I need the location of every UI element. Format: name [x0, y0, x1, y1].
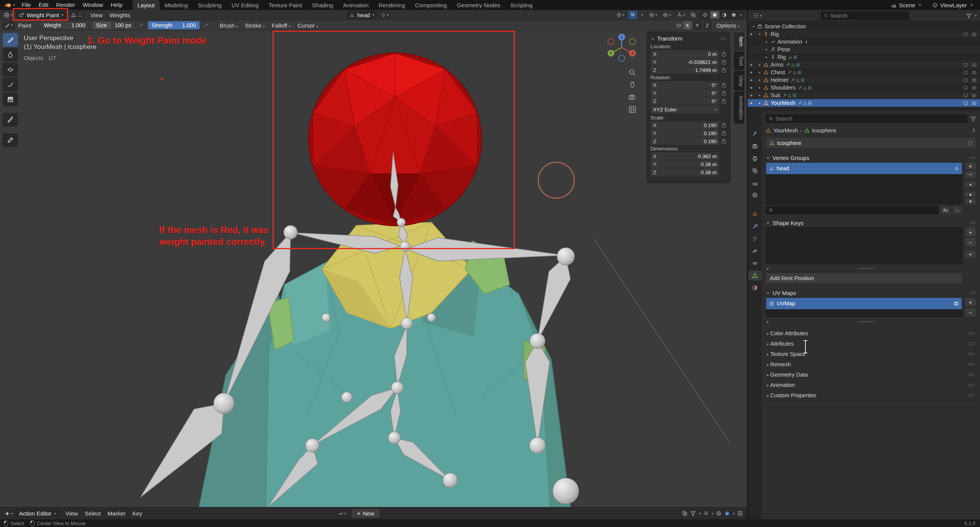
properties-tab-physics[interactable]: [749, 246, 761, 256]
properties-tab-world[interactable]: [749, 190, 761, 200]
properties-tab-scene[interactable]: [749, 178, 761, 188]
tool-blur-button[interactable]: [3, 48, 18, 62]
expand-icon[interactable]: ▸: [764, 55, 769, 59]
outliner-row-yourmesh[interactable]: ▸ YourMesh: [748, 99, 980, 107]
expand-icon[interactable]: ▸: [757, 101, 763, 105]
workspace-tab-shading[interactable]: Shading: [307, 0, 338, 10]
filter-funnel-icon[interactable]: [690, 511, 696, 516]
uv-maps-list[interactable]: UVMap: [766, 297, 962, 317]
dopesheet-mode-dropdown[interactable]: Action Editor▾: [16, 509, 59, 518]
proportional-circle-icon[interactable]: [716, 511, 722, 516]
scene-unlink-icon[interactable]: ×: [918, 2, 922, 8]
n-panel-tab-tool[interactable]: Tool: [734, 52, 744, 70]
scale-y-field[interactable]: Y0.190: [650, 129, 719, 137]
shading-material-button[interactable]: [720, 11, 729, 19]
shape-keys-filter-toggle[interactable]: ▸: [766, 266, 962, 271]
mirror-y-toggle[interactable]: Y: [693, 21, 702, 29]
snap-settings-dropdown[interactable]: ▾: [639, 11, 645, 19]
expand-icon[interactable]: ▸: [764, 47, 769, 51]
workspace-tab-layout[interactable]: Layout: [132, 0, 160, 10]
overlays-dropdown[interactable]: ▾: [661, 11, 673, 19]
outliner-row-scene-collection[interactable]: ▾ Scene Collection: [748, 23, 980, 30]
shading-solid-button[interactable]: [710, 11, 719, 19]
outliner-row-suit[interactable]: ▸ Suit: [748, 91, 980, 99]
panel-custom-properties[interactable]: ▸Custom Properties: [766, 390, 976, 401]
outliner-row-animation[interactable]: ▸ Animation: [748, 38, 980, 46]
lock-icon[interactable]: [721, 99, 727, 103]
expand-icon[interactable]: ▾: [757, 32, 763, 36]
snap-dropdown-chevron-icon[interactable]: ▾: [712, 512, 714, 516]
outliner-row-rig-object[interactable]: ▾ Rig: [748, 30, 980, 38]
size-slider[interactable]: Size 100 px: [92, 21, 135, 29]
outliner-filter-icon[interactable]: [966, 13, 972, 18]
grid-icon[interactable]: [737, 511, 743, 516]
shading-wireframe-button[interactable]: [701, 11, 710, 19]
shape-key-specials-dropdown[interactable]: ▾: [965, 250, 976, 258]
outliner-row-pose[interactable]: ▸ Pose: [748, 46, 980, 53]
panel-grip-icon[interactable]: [970, 221, 976, 224]
breadcrumb-data[interactable]: Icosphere: [812, 127, 836, 134]
active-vertex-group-dropdown[interactable]: head ▾: [346, 11, 377, 19]
rotation-mode-dropdown[interactable]: XYZ Euler▾: [650, 106, 719, 114]
falloff-panel-dropdown[interactable]: Falloff ▾: [268, 22, 294, 29]
sort-reverse-button[interactable]: ↑↓: [952, 206, 962, 214]
datablock-name-field[interactable]: Icosphere: [766, 137, 976, 148]
rotation-z-field[interactable]: Z0°: [650, 97, 719, 105]
move-vertex-group-down-button[interactable]: ▼: [965, 198, 976, 204]
auto-snap-active-icon[interactable]: [724, 511, 730, 516]
brush-panel-dropdown[interactable]: Brush ▾: [216, 22, 242, 29]
panel-grip-icon[interactable]: [970, 156, 976, 159]
properties-filter-icon[interactable]: [970, 116, 976, 122]
outliner-row-chest[interactable]: ▸ Chest: [748, 69, 980, 76]
hide-viewport-icon[interactable]: [963, 32, 968, 37]
outliner-row-helmet[interactable]: ▸ Helmet: [748, 76, 980, 84]
n-panel-tab-view[interactable]: View: [734, 71, 744, 91]
rotation-x-field[interactable]: X0°: [650, 81, 719, 89]
scene-selector[interactable]: Scene: [899, 2, 915, 8]
strength-slider[interactable]: Strength 1.000: [148, 21, 200, 29]
workspace-tab-animation[interactable]: Animation: [338, 0, 374, 10]
transform-panel-header[interactable]: ▾ Transform: [650, 34, 727, 43]
move-vertex-group-up-button[interactable]: ▲: [965, 191, 976, 197]
new-action-button[interactable]: + New: [351, 509, 380, 518]
uv-maps-filter-toggle[interactable]: ▸: [766, 319, 962, 324]
panel-remesh[interactable]: ▸Remesh: [766, 359, 976, 369]
workspace-tab-compositing[interactable]: Compositing: [410, 0, 452, 10]
expand-icon[interactable]: ▸: [757, 86, 763, 90]
disable-render-icon[interactable]: [972, 62, 977, 67]
paint-mask-toggles[interactable]: [69, 11, 85, 19]
sort-alphabetical-button[interactable]: Az: [941, 206, 951, 214]
expand-icon[interactable]: ▾: [751, 24, 756, 28]
shading-rendered-button[interactable]: [729, 11, 738, 19]
add-rest-position-button[interactable]: Add Rest Position: [766, 273, 962, 284]
proportional-editing-dropdown[interactable]: ▾: [647, 11, 659, 19]
vertex-groups-panel-header[interactable]: ▾Vertex Groups: [766, 153, 976, 162]
filter-dropdown-chevron-icon[interactable]: ▾: [699, 512, 701, 516]
remove-vertex-group-button[interactable]: −: [965, 171, 976, 178]
weight-tools-dropdown[interactable]: ▾: [379, 11, 391, 19]
ortho-grid-icon[interactable]: [628, 105, 637, 114]
panel-grip-icon[interactable]: [720, 37, 727, 40]
uv-map-row[interactable]: UVMap: [766, 298, 962, 309]
lock-icon[interactable]: [721, 60, 727, 64]
editor-divider[interactable]: [747, 10, 748, 519]
active-render-camera-icon[interactable]: [954, 301, 959, 306]
tool-smear-button[interactable]: [3, 78, 18, 91]
lock-icon[interactable]: [954, 166, 959, 171]
expand-icon[interactable]: ▸: [757, 93, 763, 97]
tool-draw-button[interactable]: [3, 33, 18, 47]
remove-shape-key-button[interactable]: −: [965, 238, 976, 247]
properties-tab-object-data[interactable]: [748, 271, 761, 281]
add-uv-map-button[interactable]: +: [965, 297, 976, 307]
properties-tab-tool[interactable]: [749, 129, 761, 139]
lock-icon[interactable]: [721, 83, 727, 87]
tool-annotate-button[interactable]: [3, 133, 18, 147]
scale-z-field[interactable]: Z0.190: [650, 137, 719, 145]
pin-icon[interactable]: [971, 128, 976, 133]
outliner-search-box[interactable]: [821, 11, 909, 20]
add-shape-key-button[interactable]: +: [965, 227, 976, 237]
outliner-search-input[interactable]: [830, 13, 906, 19]
hide-viewport-icon[interactable]: [963, 62, 968, 67]
panel-texture-space[interactable]: ▸Texture Space: [766, 349, 976, 359]
browse-action-dropdown[interactable]: ▾: [336, 509, 348, 518]
